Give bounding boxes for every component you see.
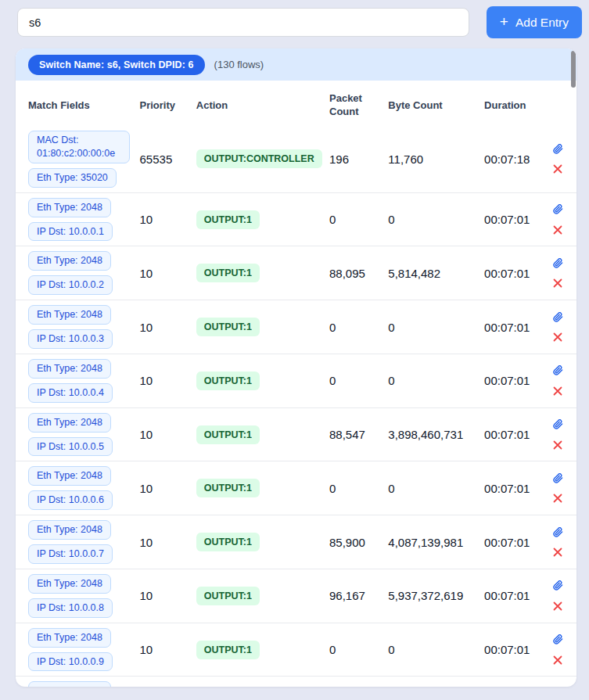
priority-value: 10	[140, 643, 196, 656]
delete-x-icon	[553, 164, 562, 174]
match-fields-cell: Eth Type: 2048 IP Dst: 10.0.0.7	[28, 520, 140, 564]
packet-count-value: 196	[329, 153, 388, 166]
delete-flow-button[interactable]	[552, 547, 563, 558]
scrollbar-thumb[interactable]	[571, 51, 576, 88]
attach-flow-button[interactable]	[552, 526, 563, 537]
duration-value: 00:07:18	[484, 153, 551, 166]
delete-flow-button[interactable]	[552, 278, 563, 289]
duration-value: 00:07:01	[484, 213, 551, 226]
duration-value: 00:07:01	[484, 482, 551, 495]
topbar: + Add Entry	[17, 6, 582, 38]
match-pill: Eth Type: 35020	[28, 168, 117, 188]
byte-count-value: 0	[388, 374, 484, 387]
paperclip-icon	[553, 580, 563, 591]
priority-value: 10	[140, 536, 196, 549]
duration-value: 00:07:01	[484, 321, 551, 334]
delete-flow-button[interactable]	[552, 601, 563, 612]
delete-x-icon	[553, 440, 562, 450]
attach-flow-button[interactable]	[552, 365, 563, 376]
attach-flow-button[interactable]	[552, 580, 563, 591]
match-pill: Eth Type: 2048	[28, 305, 111, 325]
priority-value: 10	[140, 589, 196, 602]
add-entry-button[interactable]: + Add Entry	[487, 6, 582, 38]
delete-flow-button[interactable]	[552, 440, 563, 451]
match-pill: Eth Type: 2048	[28, 198, 111, 217]
match-fields-cell: Eth Type: 2048 IP Dst: 10.0.0.4	[28, 359, 140, 403]
table-row: Eth Type: 2048 IP Dst: 10.0.0.10 10 OUTP…	[16, 676, 576, 687]
attach-flow-button[interactable]	[552, 204, 563, 215]
action-pill: OUTPUT:1	[196, 533, 260, 551]
match-pill: Eth Type: 2048	[28, 520, 111, 540]
byte-count-value: 0	[388, 482, 484, 495]
attach-flow-button[interactable]	[552, 257, 563, 268]
match-pill: Eth Type: 2048	[28, 681, 111, 687]
match-pill: Eth Type: 2048	[28, 628, 111, 648]
match-pill: Eth Type: 2048	[28, 413, 111, 433]
action-pill: OUTPUT:1	[196, 210, 260, 229]
match-fields-cell: Eth Type: 2048 IP Dst: 10.0.0.6	[28, 466, 140, 510]
packet-count-value: 88,095	[329, 267, 388, 280]
action-pill: OUTPUT:1	[196, 264, 260, 282]
paperclip-icon	[553, 634, 563, 644]
search-input[interactable]	[17, 8, 469, 37]
packet-count-value: 0	[329, 482, 388, 495]
table-row: Eth Type: 2048 IP Dst: 10.0.0.2 10 OUTPU…	[16, 246, 576, 300]
match-fields-cell: Eth Type: 2048 IP Dst: 10.0.0.1	[28, 198, 140, 242]
match-fields-cell: Eth Type: 2048 IP Dst: 10.0.0.8	[28, 574, 140, 618]
match-fields-cell: Eth Type: 2048 IP Dst: 10.0.0.3	[28, 305, 140, 349]
switch-panel-header: Switch Name: s6, Switch DPID: 6 (130 flo…	[16, 48, 576, 81]
match-fields-cell: MAC Dst: 01:80:c2:00:00:0e Eth Type: 350…	[28, 131, 140, 188]
plus-icon: +	[500, 14, 508, 29]
paperclip-icon	[553, 258, 563, 268]
match-pill: IP Dst: 10.0.0.1	[28, 222, 113, 242]
match-pill: Eth Type: 2048	[28, 466, 111, 486]
delete-flow-button[interactable]	[552, 655, 563, 666]
paperclip-icon	[553, 419, 563, 429]
table-row: Eth Type: 2048 IP Dst: 10.0.0.8 10 OUTPU…	[16, 569, 576, 623]
match-pill: IP Dst: 10.0.0.2	[28, 275, 113, 295]
attach-flow-button[interactable]	[552, 419, 563, 430]
attach-flow-button[interactable]	[552, 311, 563, 322]
match-pill: IP Dst: 10.0.0.5	[28, 437, 113, 457]
delete-x-icon	[553, 547, 562, 557]
delete-x-icon	[553, 655, 562, 665]
column-header-priority: Priority	[140, 99, 196, 113]
delete-x-icon	[553, 494, 562, 503]
flow-table-body: MAC Dst: 01:80:c2:00:00:0e Eth Type: 350…	[16, 126, 576, 687]
priority-value: 10	[140, 482, 196, 495]
attach-flow-button[interactable]	[552, 634, 563, 645]
duration-value: 00:07:01	[484, 536, 551, 549]
table-row: Eth Type: 2048 IP Dst: 10.0.0.7 10 OUTPU…	[16, 515, 576, 569]
duration-value: 00:07:01	[484, 589, 551, 602]
column-header-action: Action	[196, 99, 329, 113]
delete-flow-button[interactable]	[552, 493, 563, 504]
table-row: Eth Type: 2048 IP Dst: 10.0.0.3 10 OUTPU…	[16, 300, 576, 354]
scrollbar[interactable]	[570, 48, 576, 687]
packet-count-value: 96,167	[329, 589, 388, 602]
match-pill: Eth Type: 2048	[28, 251, 111, 271]
action-pill: OUTPUT:1	[196, 641, 260, 659]
table-row: Eth Type: 2048 IP Dst: 10.0.0.6 10 OUTPU…	[16, 461, 576, 515]
delete-flow-button[interactable]	[552, 386, 563, 397]
priority-value: 10	[140, 321, 196, 334]
duration-value: 00:07:01	[484, 267, 551, 280]
paperclip-icon	[553, 527, 563, 537]
attach-flow-button[interactable]	[552, 143, 563, 154]
delete-flow-button[interactable]	[552, 163, 563, 174]
action-pill: OUTPUT:CONTROLLER	[196, 149, 322, 168]
match-pill: IP Dst: 10.0.0.9	[28, 652, 113, 672]
byte-count-value: 0	[388, 643, 484, 656]
match-pill: IP Dst: 10.0.0.4	[28, 383, 113, 403]
delete-x-icon	[553, 386, 562, 396]
delete-flow-button[interactable]	[552, 224, 563, 235]
byte-count-value: 0	[388, 213, 484, 226]
match-pill: IP Dst: 10.0.0.7	[28, 544, 113, 564]
byte-count-value: 5,814,482	[388, 267, 484, 280]
byte-count-value: 11,760	[388, 153, 484, 166]
delete-flow-button[interactable]	[552, 332, 563, 343]
table-row: Eth Type: 2048 IP Dst: 10.0.0.5 10 OUTPU…	[16, 407, 576, 461]
duration-value: 00:07:01	[484, 643, 551, 656]
column-header-duration: Duration	[484, 99, 551, 113]
attach-flow-button[interactable]	[552, 472, 563, 483]
delete-x-icon	[553, 601, 562, 611]
